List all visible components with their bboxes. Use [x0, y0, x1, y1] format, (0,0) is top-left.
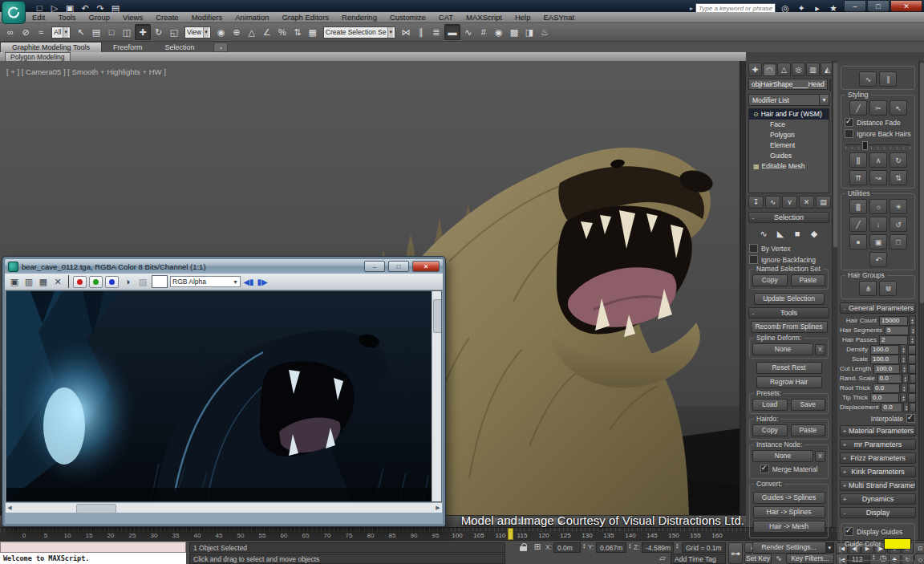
menu-cat[interactable]: CAT: [432, 12, 460, 23]
menu-customize[interactable]: Customize: [383, 12, 432, 23]
map-button[interactable]: [908, 345, 916, 355]
previous-layer-icon[interactable]: ◀▮: [243, 278, 254, 286]
app-logo-icon[interactable]: [2, 1, 26, 24]
scale-icon[interactable]: ⇅: [890, 170, 907, 185]
scroll-right-icon[interactable]: ▶: [434, 505, 442, 511]
recomb-icon[interactable]: ↝: [869, 170, 887, 185]
object-color-swatch[interactable]: [829, 79, 831, 91]
param-displacement-field[interactable]: 0.0: [881, 403, 902, 412]
spline-deform-none-button[interactable]: None: [752, 343, 813, 355]
x-coordinate-field[interactable]: 0.0m: [553, 542, 581, 553]
modifier-polygon[interactable]: Polygon: [749, 130, 829, 140]
hair-to-mesh-button[interactable]: Hair -> Mesh: [753, 521, 825, 533]
select-icon[interactable]: ↖: [890, 100, 907, 116]
menu-rendering[interactable]: Rendering: [335, 12, 383, 23]
render-production-icon[interactable]: ♨: [537, 25, 552, 39]
rectangular-selection-icon[interactable]: □: [104, 25, 119, 39]
maxscript-macro-recorder[interactable]: [0, 542, 186, 553]
ribbon-tab-freeform[interactable]: Freeform: [102, 43, 154, 52]
save-image-icon[interactable]: ▣: [8, 275, 21, 288]
rollout-selection[interactable]: -Selection: [748, 212, 829, 223]
create-tab[interactable]: ✚: [748, 63, 762, 76]
spinner[interactable]: ▴▾: [909, 335, 916, 345]
ignore-back-hairs-checkbox[interactable]: [845, 129, 853, 138]
hair-to-splines-button[interactable]: Hair -> Splines: [753, 506, 825, 518]
instance-node-none-button[interactable]: None: [752, 450, 813, 462]
select-whole-strand-icon[interactable]: ∥: [879, 71, 897, 87]
param-rand-scale-field[interactable]: 0.0: [877, 374, 902, 383]
z-coordinate-field[interactable]: -4.589m: [642, 542, 674, 553]
lock-icon[interactable]: ▣: [869, 234, 887, 250]
rotate-icon[interactable]: ↻: [890, 152, 907, 168]
menu-tools[interactable]: Tools: [51, 12, 82, 23]
modifier-guides[interactable]: Guides: [749, 151, 829, 161]
rollout-material-parameters[interactable]: +Material Parameters: [840, 425, 916, 436]
select-and-manipulate-icon[interactable]: ⊕: [229, 25, 244, 39]
zoom-extents-icon[interactable]: ⊡: [914, 542, 924, 554]
map-button[interactable]: [908, 393, 916, 403]
angle-snap-icon[interactable]: ∠: [260, 25, 274, 39]
element-subobject-icon[interactable]: ◆: [807, 226, 821, 241]
unlock-icon[interactable]: □: [890, 234, 907, 250]
rendered-image[interactable]: [6, 290, 442, 502]
red-channel-icon[interactable]: [73, 276, 87, 288]
param-cut-length-field[interactable]: 100.0: [873, 364, 900, 374]
modifier-editable-mesh[interactable]: ▦Editable Mesh: [749, 161, 829, 172]
hierarchy-tab[interactable]: △: [777, 63, 791, 76]
param-hair-segments-field[interactable]: 5: [885, 326, 909, 335]
material-editor-icon[interactable]: ◉: [492, 25, 506, 39]
selection-lock-icon[interactable]: [520, 543, 528, 552]
percent-snap-icon[interactable]: %: [275, 25, 290, 39]
z-spinner[interactable]: ▴▾: [676, 542, 679, 549]
menu-animation[interactable]: Animation: [229, 12, 275, 23]
comb-icon[interactable]: |||: [849, 152, 867, 168]
copy-selection-button[interactable]: Copy: [752, 274, 788, 286]
render-close-button[interactable]: ✕: [412, 261, 440, 272]
spinner[interactable]: ▴▾: [903, 402, 909, 412]
render-minimize-button[interactable]: –: [364, 261, 385, 272]
render-setup-icon[interactable]: ▩: [507, 25, 521, 39]
make-unique-icon[interactable]: ⋎: [782, 196, 797, 209]
y-coordinate-field[interactable]: 0.067m: [596, 542, 626, 553]
menu-edit[interactable]: Edit: [26, 12, 51, 23]
modifier-face[interactable]: Face: [749, 120, 829, 130]
transform-typein-icon[interactable]: ⊞: [532, 542, 543, 551]
selection-filter-dropdown[interactable]: All▾: [51, 26, 71, 39]
menu-group[interactable]: Group: [83, 12, 116, 23]
set-key-button[interactable]: Set Key: [744, 554, 772, 564]
display-guides-checkbox[interactable]: [845, 527, 853, 536]
recomb-from-splines-button[interactable]: Recomb From Splines: [751, 321, 828, 333]
key-filters-button[interactable]: Key Filters...: [786, 554, 834, 564]
use-pivot-point-icon[interactable]: ◉: [214, 25, 229, 39]
instance-node-clear-button[interactable]: X: [815, 451, 825, 462]
track-bar[interactable]: 0510152025303540455055606570758085909510…: [0, 527, 837, 541]
rollout-general-parameters[interactable]: -General Parameters: [840, 302, 916, 314]
render-window-titlebar[interactable]: bear_cave_0112.tga, RGBA Color 8 Bits/Ch…: [5, 259, 443, 274]
select-object-icon[interactable]: ↖: [74, 25, 88, 39]
hair-cut-icon[interactable]: ✂: [869, 100, 887, 116]
merge-group-icon[interactable]: ⋓: [879, 281, 897, 296]
rollout-dynamics[interactable]: +Dynamics: [840, 493, 916, 505]
ribbon-tab-selection[interactable]: Selection: [153, 43, 205, 52]
rollout-tools[interactable]: -Tools: [748, 307, 829, 319]
polygon-subobject-icon[interactable]: ■: [790, 226, 804, 241]
time-tag-icon[interactable]: ▱: [658, 554, 667, 562]
swirl-icon[interactable]: ↺: [890, 217, 907, 232]
y-spinner[interactable]: ▴▾: [629, 542, 631, 549]
rendered-frame-icon[interactable]: ◨: [522, 25, 537, 39]
keyboard-shortcut-override-icon[interactable]: ⊶: [728, 542, 743, 564]
rendered-frame-window[interactable]: bear_cave_0112.tga, RGBA Color 8 Bits/Ch…: [2, 257, 445, 526]
preset-load-button[interactable]: Load: [752, 399, 788, 411]
modifier-list-dropdown[interactable]: Modifier List▼: [748, 94, 829, 106]
configure-modifier-sets-icon[interactable]: ▤: [816, 196, 831, 209]
menu-help[interactable]: Help: [509, 12, 537, 23]
select-by-name-icon[interactable]: ▤: [89, 25, 103, 39]
pencil-icon[interactable]: ╱: [849, 217, 867, 232]
motion-tab[interactable]: ◎: [792, 63, 805, 76]
add-time-tag[interactable]: Add Time Tag: [671, 554, 726, 564]
rollout-mr-parameters[interactable]: +mr Parameters: [840, 439, 916, 450]
window-crossing-icon[interactable]: ◫: [120, 25, 134, 39]
monochrome-icon[interactable]: ◑: [121, 275, 134, 288]
undo-icon[interactable]: ↶: [869, 252, 887, 267]
regrow-hair-button[interactable]: Regrow Hair: [756, 376, 822, 388]
